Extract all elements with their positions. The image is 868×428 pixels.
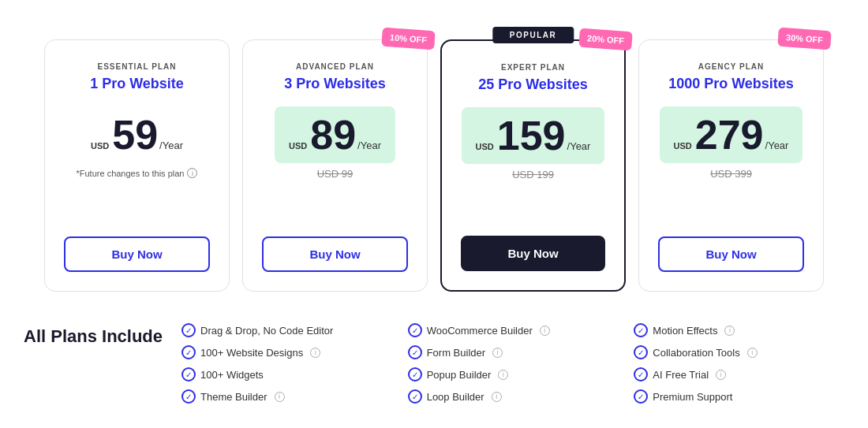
plan-label: ADVANCED PLAN: [296, 62, 374, 71]
feature-info-icon[interactable]: i: [747, 348, 758, 358]
info-icon: i: [187, 168, 197, 178]
price-block: USD 59 /Year: [91, 106, 183, 163]
feature-item: ✓ Theme Builder i: [181, 389, 392, 404]
feature-info-icon[interactable]: i: [724, 326, 735, 336]
price-amount: 59: [112, 114, 158, 155]
plan-card-agency: 30% OFFAGENCY PLAN1000 Pro Websites USD …: [638, 39, 824, 292]
feature-item: ✓ 100+ Widgets: [181, 367, 392, 381]
feature-text: AI Free Trial: [653, 369, 709, 381]
check-icon: ✓: [634, 345, 648, 359]
feature-text: Theme Builder: [200, 391, 268, 403]
price-block: USD 89 /Year: [275, 106, 395, 163]
feature-item: ✓ AI Free Trial i: [634, 367, 844, 381]
feature-text: Form Builder: [427, 347, 485, 359]
feature-item: ✓ Collaboration Tools i: [634, 345, 844, 359]
pricing-cards: ESSENTIAL PLAN1 Pro Website USD 59 /Year…: [16, 16, 852, 292]
feature-info-icon[interactable]: i: [498, 370, 508, 380]
check-icon: ✓: [181, 389, 196, 404]
plan-label: EXPERT PLAN: [501, 63, 565, 72]
price-amount: 89: [310, 114, 356, 155]
check-icon: ✓: [181, 323, 196, 337]
feature-text: WooCommerce Builder: [427, 325, 533, 337]
feature-item: ✓ Premium Support: [634, 389, 844, 404]
original-price: USD 399: [710, 168, 752, 180]
feature-item: ✓ WooCommerce Builder i: [408, 323, 619, 337]
features-section: All Plans Include ✓ Drag & Drop, No Code…: [16, 323, 852, 404]
features-title: All Plans Include: [24, 323, 181, 347]
check-icon: ✓: [408, 389, 422, 404]
plan-card-expert: POPULAR20% OFFEXPERT PLAN25 Pro Websites…: [440, 39, 626, 292]
feature-text: Collaboration Tools: [653, 347, 739, 359]
feature-item: ✓ 100+ Website Designs i: [181, 345, 392, 359]
feature-info-icon[interactable]: i: [275, 392, 285, 402]
feature-item: ✓ Form Builder i: [408, 345, 619, 359]
original-price: USD 199: [512, 169, 554, 181]
feature-info-icon[interactable]: i: [492, 392, 502, 402]
feature-info-icon[interactable]: i: [716, 370, 726, 380]
feature-info-icon[interactable]: i: [540, 326, 550, 336]
check-icon: ✓: [634, 367, 648, 381]
plan-card-advanced: 10% OFFADVANCED PLAN3 Pro Websites USD 8…: [242, 39, 428, 292]
check-icon: ✓: [634, 389, 648, 404]
feature-info-icon[interactable]: i: [492, 348, 503, 358]
plan-title: 1 Pro Website: [90, 76, 184, 92]
discount-badge: 10% OFF: [381, 28, 436, 50]
currency-label: USD: [289, 141, 307, 151]
buy-button-advanced[interactable]: Buy Now: [262, 236, 408, 272]
currency-label: USD: [476, 142, 494, 151]
check-icon: ✓: [408, 367, 422, 381]
buy-button-agency[interactable]: Buy Now: [658, 236, 804, 272]
features-column-0: ✓ Drag & Drop, No Code Editor ✓ 100+ Web…: [181, 323, 392, 404]
feature-item: ✓ Drag & Drop, No Code Editor: [181, 323, 392, 337]
feature-text: Premium Support: [653, 391, 732, 403]
price-period: /Year: [159, 140, 183, 151]
buy-button-expert[interactable]: Buy Now: [461, 236, 605, 271]
features-column-2: ✓ Motion Effects i ✓ Collaboration Tools…: [634, 323, 844, 404]
plan-title: 1000 Pro Websites: [668, 76, 794, 92]
feature-text: Popup Builder: [427, 369, 492, 381]
check-icon: ✓: [408, 323, 422, 337]
plan-label: ESSENTIAL PLAN: [98, 62, 177, 71]
discount-badge: 30% OFF: [777, 28, 832, 50]
features-grid: ✓ Drag & Drop, No Code Editor ✓ 100+ Web…: [181, 323, 844, 404]
check-icon: ✓: [181, 345, 196, 359]
check-icon: ✓: [634, 323, 648, 337]
price-block: USD 279 /Year: [660, 106, 803, 163]
check-icon: ✓: [181, 367, 196, 381]
feature-item: ✓ Motion Effects i: [634, 323, 844, 337]
feature-text: Loop Builder: [427, 391, 485, 403]
feature-item: ✓ Loop Builder i: [408, 389, 619, 404]
price-amount: 159: [497, 115, 566, 156]
feature-info-icon[interactable]: i: [310, 348, 320, 358]
currency-label: USD: [674, 141, 692, 151]
feature-text: 100+ Widgets: [200, 369, 264, 381]
buy-button-essential[interactable]: Buy Now: [64, 236, 210, 272]
plan-label: AGENCY PLAN: [698, 62, 765, 71]
feature-item: ✓ Popup Builder i: [408, 367, 619, 381]
future-note: *Future changes to this plan i: [77, 168, 198, 178]
check-icon: ✓: [408, 345, 422, 359]
plan-title: 25 Pro Websites: [478, 76, 588, 93]
features-column-1: ✓ WooCommerce Builder i ✓ Form Builder i…: [408, 323, 619, 404]
popular-badge: POPULAR: [492, 27, 574, 43]
feature-text: 100+ Website Designs: [200, 347, 303, 359]
feature-text: Motion Effects: [653, 325, 717, 337]
plan-card-essential: ESSENTIAL PLAN1 Pro Website USD 59 /Year…: [44, 39, 230, 292]
currency-label: USD: [91, 141, 109, 151]
discount-badge: 20% OFF: [578, 28, 633, 51]
original-price: USD 99: [317, 168, 354, 180]
plan-title: 3 Pro Websites: [284, 76, 386, 92]
price-amount: 279: [695, 114, 764, 155]
price-period: /Year: [357, 140, 381, 151]
price-block: USD 159 /Year: [462, 107, 605, 164]
feature-text: Drag & Drop, No Code Editor: [200, 325, 333, 337]
price-period: /Year: [765, 140, 789, 151]
price-period: /Year: [567, 140, 591, 152]
